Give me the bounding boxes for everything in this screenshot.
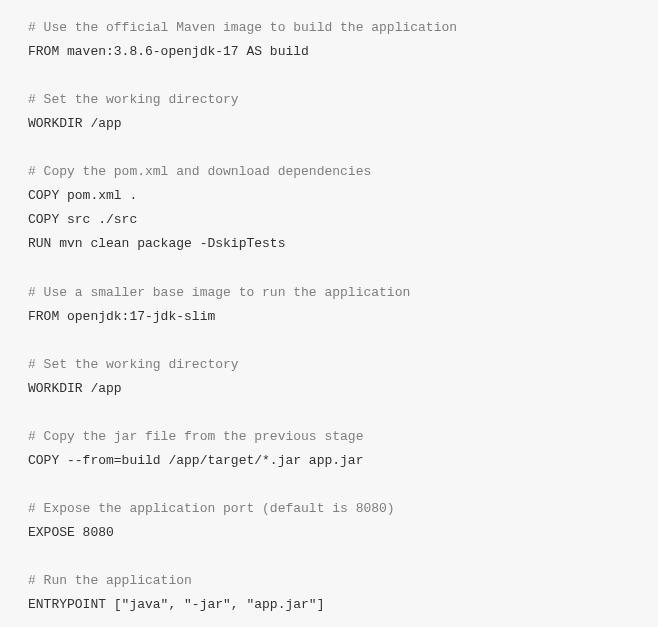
code-line: # Use a smaller base image to run the ap… — [28, 281, 630, 305]
code-line: RUN mvn clean package -DskipTests — [28, 232, 630, 256]
code-line: COPY src ./src — [28, 208, 630, 232]
code-line: # Use the official Maven image to build … — [28, 16, 630, 40]
code-line: # Set the working directory — [28, 88, 630, 112]
code-line — [28, 136, 630, 160]
code-line — [28, 473, 630, 497]
code-line: WORKDIR /app — [28, 112, 630, 136]
code-line: # Expose the application port (default i… — [28, 497, 630, 521]
code-line — [28, 329, 630, 353]
code-line: ENTRYPOINT ["java", "-jar", "app.jar"] — [28, 593, 630, 617]
code-line: COPY pom.xml . — [28, 184, 630, 208]
code-line: WORKDIR /app — [28, 377, 630, 401]
code-line: # Copy the jar file from the previous st… — [28, 425, 630, 449]
code-line: FROM maven:3.8.6-openjdk-17 AS build — [28, 40, 630, 64]
code-line: # Set the working directory — [28, 353, 630, 377]
dockerfile-code-block: # Use the official Maven image to build … — [28, 16, 630, 617]
code-line: # Copy the pom.xml and download dependen… — [28, 160, 630, 184]
code-line — [28, 545, 630, 569]
code-line — [28, 401, 630, 425]
code-line — [28, 64, 630, 88]
code-line: # Run the application — [28, 569, 630, 593]
code-line: COPY --from=build /app/target/*.jar app.… — [28, 449, 630, 473]
code-line: EXPOSE 8080 — [28, 521, 630, 545]
code-line: FROM openjdk:17-jdk-slim — [28, 305, 630, 329]
code-line — [28, 256, 630, 280]
